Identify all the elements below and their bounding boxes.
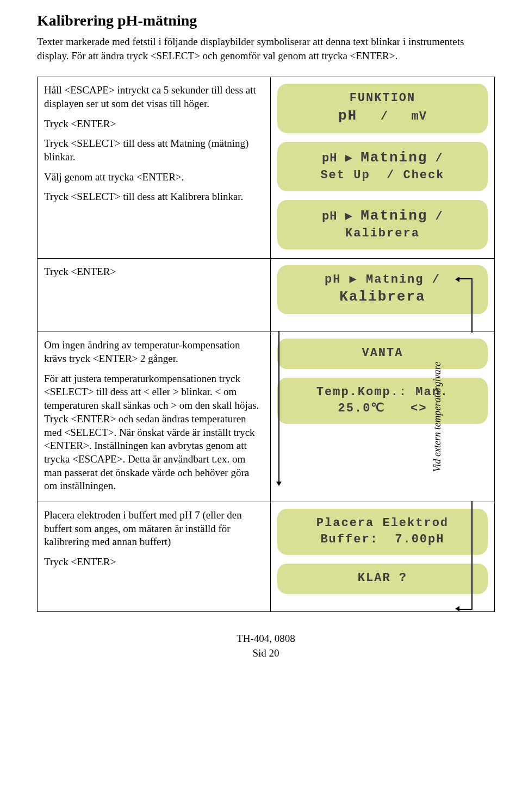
page-title: Kalibrering pH-mätning (37, 12, 495, 29)
lcd-line: Temp.Komp.: Man. (287, 384, 478, 401)
display-cell: pH ▶ Matning /Kalibrera (270, 258, 494, 332)
display-cell: Vid extern temperaturgivareVANTATemp.Kom… (270, 332, 494, 502)
connector-arrow (458, 501, 473, 610)
lcd-display: FUNKTIONpH / mV (277, 84, 488, 133)
lcd-line: Placera Elektrod (287, 515, 478, 532)
instruction-paragraph: Tryck <ENTER> (44, 265, 264, 279)
instruction-paragraph: Välj genom att trycka <ENTER>. (44, 171, 264, 184)
side-label: Vid extern temperaturgivare (431, 362, 443, 472)
table-row: Placera elektroden i buffert med pH 7 (e… (38, 502, 495, 611)
instruction-paragraph: Tryck <ENTER> (44, 555, 264, 569)
connector-arrow (458, 278, 473, 333)
table-row: Om ingen ändring av temperatur-kompensat… (38, 332, 495, 502)
lcd-display: pH ▶ Matning /Set Up / Check (277, 142, 488, 191)
lcd-display: Temp.Komp.: Man.25.0℃ <> (277, 378, 488, 424)
lcd-display: Placera ElektrodBuffer: 7.00pH (277, 509, 488, 555)
lcd-display: pH ▶ Matning /Kalibrera (277, 265, 488, 315)
instruction-cell: Tryck <ENTER> (38, 258, 271, 332)
intro-paragraph: Texter markerade med fetstil i följande … (37, 35, 495, 63)
footer-doc: TH-404, 0808 (37, 632, 495, 646)
lcd-line: 25.0℃ <> (287, 401, 478, 417)
connector-arrow (278, 331, 279, 485)
lcd-line: KLAR ? (287, 570, 478, 586)
instruction-cell: Om ingen ändring av temperatur-kompensat… (38, 332, 271, 502)
instruction-paragraph: Håll <ESCAPE> intryckt ca 5 sekunder til… (44, 84, 264, 110)
lcd-line: pH / mV (287, 107, 478, 126)
lcd-line: pH ▶ Matning / (287, 272, 478, 288)
instruction-paragraph: Tryck <ENTER> (44, 117, 264, 131)
lcd-line: Set Up / Check (287, 167, 478, 184)
lcd-line: pH ▶ Matning / (287, 207, 478, 226)
lcd-display: KLAR ? (277, 564, 488, 594)
display-cell: FUNKTIONpH / mVpH ▶ Matning /Set Up / Ch… (270, 77, 494, 258)
lcd-line: pH ▶ Matning / (287, 148, 478, 167)
instruction-paragraph: Tryck <SELECT> till dess att Kalibrera b… (44, 190, 264, 204)
lcd-line: VANTA (287, 345, 478, 361)
instruction-paragraph: Placera elektroden i buffert med pH 7 (e… (44, 509, 264, 549)
instruction-paragraph: Tryck <SELECT> till dess att Matning (mä… (44, 137, 264, 164)
table-row: Håll <ESCAPE> intryckt ca 5 sekunder til… (38, 77, 495, 258)
display-cell: Placera ElektrodBuffer: 7.00pHKLAR ? (270, 502, 494, 611)
instruction-cell: Placera elektroden i buffert med pH 7 (e… (38, 502, 271, 611)
lcd-display: pH ▶ Matning /Kalibrera (277, 200, 488, 249)
lcd-line: Buffer: 7.00pH (287, 532, 478, 548)
instruction-cell: Håll <ESCAPE> intryckt ca 5 sekunder til… (38, 77, 271, 258)
footer-page: Sid 20 (37, 646, 495, 661)
instruction-paragraph: Om ingen ändring av temperatur-kompensat… (44, 339, 264, 365)
instruction-paragraph: För att justera temperaturkompensationen… (44, 372, 264, 493)
lcd-line: Kalibrera (287, 288, 478, 307)
instruction-table: Håll <ESCAPE> intryckt ca 5 sekunder til… (37, 77, 495, 612)
lcd-display: VANTA (277, 339, 488, 369)
lcd-line: FUNKTION (287, 90, 478, 107)
lcd-line: Kalibrera (287, 226, 478, 242)
footer: TH-404, 0808 Sid 20 (37, 632, 495, 660)
page: Kalibrering pH-mätning Texter markerade … (0, 0, 522, 812)
table-row: Tryck <ENTER>pH ▶ Matning /Kalibrera (38, 258, 495, 332)
